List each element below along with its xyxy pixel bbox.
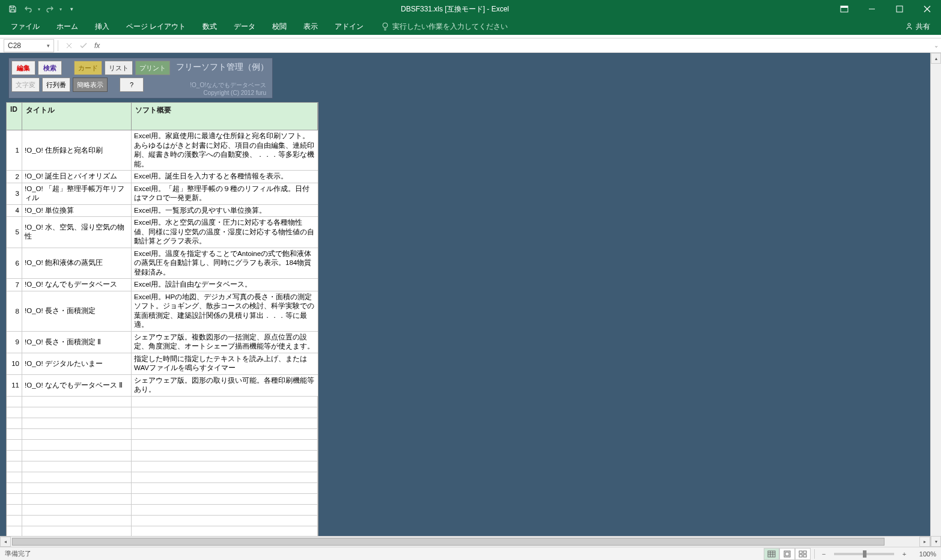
tab-list[interactable]: リスト — [105, 61, 133, 75]
maximize-button[interactable] — [886, 0, 913, 18]
enter-formula-button[interactable] — [76, 39, 91, 52]
save-button[interactable] — [5, 1, 20, 17]
summary-button[interactable]: 簡略表示 — [73, 78, 108, 92]
cell-desc[interactable]: 指定した時間に指定したテキストを読み上げ、またはWAVファイルを鳴らすタイマー — [132, 353, 318, 374]
tab-data[interactable]: データ — [225, 18, 264, 35]
tab-formulas[interactable]: 数式 — [194, 18, 225, 35]
table-row-empty[interactable] — [7, 494, 318, 505]
hscroll-track[interactable] — [11, 537, 919, 547]
rowcol-button[interactable]: 行列番 — [42, 78, 70, 92]
scroll-right-button[interactable]: ▸ — [919, 537, 930, 547]
table-row-empty[interactable] — [7, 429, 318, 440]
cell-desc[interactable]: Excel用。HPの地図、デジカメ写真の長さ・面積の測定ソフト。ジョギング、散歩… — [132, 291, 318, 331]
cell-id[interactable]: 4 — [7, 205, 22, 217]
cell-id[interactable]: 10 — [7, 353, 22, 374]
cell-title[interactable]: !O_O! 長さ・面積測定 Ⅱ — [22, 332, 132, 353]
tab-file[interactable]: ファイル — [2, 18, 48, 35]
cell-desc[interactable]: Excel用。家庭使用に最適な住所録と宛名印刷ソフト。あらゆるはがきと封書に対応… — [132, 130, 318, 170]
cell-id[interactable]: 3 — [7, 183, 22, 204]
zoom-out-button[interactable]: − — [818, 550, 829, 558]
table-row[interactable]: 2!O_O! 誕生日とバイオリズムExcel用。誕生日を入力すると各種情報を表示… — [7, 171, 318, 183]
cell-id[interactable]: 1 — [7, 130, 22, 170]
tab-insert[interactable]: 挿入 — [87, 18, 118, 35]
view-pagelayout-button[interactable] — [779, 548, 795, 560]
cell-title[interactable]: !O_O! 「超」整理手帳万年リフィル — [22, 183, 132, 204]
cell-title[interactable]: !O_O! 誕生日とバイオリズム — [22, 171, 132, 183]
redo-button[interactable] — [42, 1, 58, 17]
horizontal-scrollbar[interactable]: ◂ ▸ — [0, 536, 930, 547]
zoom-slider[interactable] — [834, 553, 894, 555]
table-row-empty[interactable] — [7, 516, 318, 526]
fx-icon[interactable]: fx — [94, 41, 100, 50]
name-box[interactable]: C28 ▾ — [4, 39, 54, 52]
tab-view[interactable]: 表示 — [295, 18, 326, 35]
minimize-button[interactable] — [858, 0, 886, 18]
edit-button[interactable]: 編集 — [11, 61, 35, 75]
search-button[interactable]: 検索 — [38, 61, 62, 75]
tab-card[interactable]: カード — [74, 61, 102, 75]
help-button[interactable]: ? — [120, 78, 144, 92]
tab-print[interactable]: プリント — [135, 61, 170, 75]
cell-title[interactable]: !O_O! なんでもデータベース — [22, 279, 132, 291]
formula-input[interactable] — [103, 39, 928, 52]
table-row-empty[interactable] — [7, 505, 318, 516]
cell-title[interactable]: !O_O! デジタルたいまー — [22, 353, 132, 374]
cell-title[interactable]: !O_O! 飽和液体の蒸気圧 — [22, 248, 132, 279]
cell-title[interactable]: !O_O! 水、空気、湿り空気の物性 — [22, 217, 132, 248]
cell-id[interactable]: 8 — [7, 291, 22, 331]
undo-button[interactable] — [20, 1, 36, 17]
table-row[interactable]: 9!O_O! 長さ・面積測定 Ⅱシェアウェア版。複数図形の一括測定、原点位置の設… — [7, 332, 318, 353]
cell-id[interactable]: 9 — [7, 332, 22, 353]
table-row-empty[interactable] — [7, 483, 318, 494]
table-row-empty[interactable] — [7, 397, 318, 407]
table-row-empty[interactable] — [7, 461, 318, 472]
table-row[interactable]: 5!O_O! 水、空気、湿り空気の物性Excel用。水と空気の温度・圧力に対応す… — [7, 217, 318, 248]
table-row[interactable]: 3!O_O! 「超」整理手帳万年リフィルExcel用。「超」整理手帳の９種のリフ… — [7, 183, 318, 205]
cell-desc[interactable]: Excel用。一覧形式の見やすい単位換算。 — [132, 205, 318, 217]
scroll-down-button[interactable]: ▾ — [931, 536, 941, 547]
cell-id[interactable]: 2 — [7, 171, 22, 183]
redo-dropdown[interactable]: ▾ — [58, 1, 64, 17]
vscroll-track[interactable] — [931, 64, 941, 536]
hscroll-thumb[interactable] — [12, 538, 885, 546]
table-row[interactable]: 7!O_O! なんでもデータベースExcel用。設計自由なデータベース。 — [7, 279, 318, 291]
close-button[interactable] — [913, 0, 941, 18]
tab-review[interactable]: 校閲 — [264, 18, 295, 35]
table-row[interactable]: 8!O_O! 長さ・面積測定Excel用。HPの地図、デジカメ写真の長さ・面積の… — [7, 291, 318, 332]
cell-desc[interactable]: Excel用。誕生日を入力すると各種情報を表示。 — [132, 171, 318, 183]
view-pagebreak-button[interactable] — [795, 548, 811, 560]
vertical-scrollbar[interactable]: ▴ ▾ — [930, 53, 941, 547]
tab-home[interactable]: ホーム — [48, 18, 87, 35]
cell-title[interactable]: !O_O! 長さ・面積測定 — [22, 291, 132, 331]
zoom-value[interactable]: 100% — [910, 550, 936, 558]
cell-desc[interactable]: Excel用。温度を指定することでAntoineの式で飽和液体の蒸気圧を自動計算… — [132, 248, 318, 279]
cell-desc[interactable]: Excel用。「超」整理手帳の９種のリフィル作成。日付はマクロで一発更新。 — [132, 183, 318, 204]
share-button[interactable]: 共有 — [905, 22, 930, 32]
table-row-empty[interactable] — [7, 472, 318, 483]
table-row[interactable]: 11!O_O! なんでもデータベース Ⅱシェアウェア版。図形の取り扱い可能。各種… — [7, 375, 318, 397]
table-row[interactable]: 1!O_O! 住所録と宛名印刷Excel用。家庭使用に最適な住所録と宛名印刷ソフ… — [7, 130, 318, 171]
cell-title[interactable]: !O_O! 住所録と宛名印刷 — [22, 130, 132, 170]
table-row-empty[interactable] — [7, 418, 318, 429]
zoom-thumb[interactable] — [863, 550, 866, 558]
table-row[interactable]: 4!O_O! 単位換算Excel用。一覧形式の見やすい単位換算。 — [7, 205, 318, 218]
cell-id[interactable]: 5 — [7, 217, 22, 248]
scroll-up-button[interactable]: ▴ — [931, 53, 941, 64]
view-normal-button[interactable] — [764, 548, 779, 560]
table-row[interactable]: 10!O_O! デジタルたいまー指定した時間に指定したテキストを読み上げ、または… — [7, 353, 318, 375]
cancel-formula-button[interactable] — [62, 39, 76, 52]
cell-title[interactable]: !O_O! 単位換算 — [22, 205, 132, 217]
cell-desc[interactable]: シェアウェア版。複数図形の一括測定、原点位置の設定、角度測定、オートシェープ描画… — [132, 332, 318, 353]
ribbon-options-button[interactable] — [830, 0, 858, 18]
zoom-in-button[interactable]: + — [899, 550, 910, 558]
cell-title[interactable]: !O_O! なんでもデータベース Ⅱ — [22, 375, 132, 396]
cell-desc[interactable]: Excel用。設計自由なデータベース。 — [132, 279, 318, 291]
qat-customize[interactable]: ▾ — [64, 1, 79, 17]
cell-id[interactable]: 7 — [7, 279, 22, 291]
tab-addins[interactable]: アドイン — [326, 18, 372, 35]
scroll-left-button[interactable]: ◂ — [0, 537, 11, 547]
table-row-empty[interactable] — [7, 440, 318, 451]
cell-desc[interactable]: シェアウェア版。図形の取り扱い可能。各種印刷機能等あり。 — [132, 375, 318, 396]
cell-id[interactable]: 6 — [7, 248, 22, 279]
cell-desc[interactable]: Excel用。水と空気の温度・圧力に対応する各種物性値、同様に湿り空気の温度・湿… — [132, 217, 318, 248]
